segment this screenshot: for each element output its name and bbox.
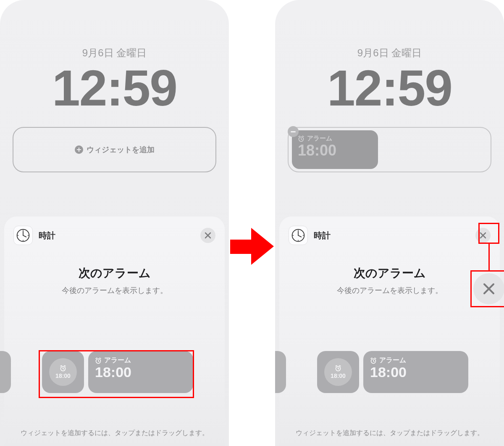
svg-line-9 [63, 369, 64, 369]
svg-line-19 [301, 139, 302, 140]
widget-option-large[interactable]: アラーム 18:00 [88, 351, 193, 393]
clock-app-icon [13, 226, 33, 245]
alarm-icon [60, 365, 66, 372]
widget-small-time: 18:00 [331, 372, 346, 379]
svg-line-32 [336, 366, 337, 367]
sheet-subheading: 今後のアラームを表示します。 [279, 285, 500, 296]
placed-alarm-widget[interactable]: アラーム 18:00 [292, 130, 378, 169]
widget-picker-sheet: 時計 次のアラーム 今後のアラームを表示します。 18:00 [279, 216, 500, 446]
svg-line-16 [100, 358, 101, 359]
add-widget-slot[interactable]: ウィジェットを追加 [13, 127, 216, 172]
alarm-icon [335, 365, 341, 372]
close-button[interactable] [475, 228, 491, 243]
alarm-icon [370, 357, 377, 364]
clock-app-icon [289, 226, 308, 245]
svg-line-36 [373, 361, 374, 362]
widget-option-large[interactable]: アラーム 18:00 [363, 351, 468, 393]
phone-screenshot-after: 9月6日 金曜日 12:59 アラーム 18:00 時計 [275, 0, 504, 446]
close-icon [480, 232, 486, 239]
widget-option-small[interactable]: 18:00 [317, 351, 359, 393]
sheet-footer: ウィジェットを追加するには、タップまたはドラッグします。 [4, 429, 225, 438]
sheet-heading: 次のアラーム [279, 265, 500, 281]
svg-line-14 [98, 361, 99, 362]
annotation-arrow-icon [230, 228, 274, 265]
svg-line-20 [299, 136, 300, 137]
svg-line-38 [375, 358, 376, 359]
alarm-icon [95, 357, 102, 364]
widget-large-time: 18:00 [370, 364, 462, 380]
alarm-icon [298, 135, 304, 142]
close-icon [205, 232, 211, 239]
close-button[interactable] [200, 228, 215, 243]
annotation-connector [488, 244, 490, 271]
svg-line-2 [23, 235, 26, 237]
svg-line-10 [60, 366, 62, 367]
add-widget-label: ウィジェットを追加 [87, 145, 155, 155]
close-icon [482, 282, 496, 296]
svg-line-24 [298, 235, 301, 237]
lockscreen-time: 12:59 [0, 59, 229, 117]
widget-picker-sheet: 時計 次のアラーム 今後のアラームを表示します。 18:00 [4, 216, 225, 446]
svg-line-37 [371, 358, 372, 359]
svg-line-31 [338, 369, 339, 369]
sheet-subheading: 今後のアラームを表示します。 [4, 285, 225, 296]
widget-options-row: 18:00 アラーム 18:00 [279, 347, 500, 397]
sheet-heading: 次のアラーム [4, 265, 225, 281]
close-button-zoom [473, 273, 504, 304]
svg-line-11 [64, 366, 66, 367]
widget-option-peek[interactable] [0, 351, 11, 393]
remove-widget-button[interactable] [288, 126, 299, 137]
svg-line-33 [339, 366, 341, 367]
widget-slot-filled[interactable]: アラーム 18:00 [288, 127, 491, 172]
placed-widget-time: 18:00 [298, 142, 372, 159]
widget-large-time: 18:00 [95, 364, 186, 380]
widget-large-label: アラーム [104, 356, 131, 365]
widget-option-peek[interactable] [275, 351, 286, 393]
sheet-footer: ウィジェットを追加するには、タップまたはドラッグします。 [279, 429, 500, 438]
phone-screenshot-before: 9月6日 金曜日 12:59 ウィジェットを追加 時計 次のアラーム 今後のアラ… [0, 0, 229, 446]
widget-small-time: 18:00 [55, 372, 71, 379]
widget-large-label: アラーム [379, 356, 406, 365]
widget-option-small[interactable]: 18:00 [42, 351, 84, 393]
lockscreen-time: 12:59 [275, 59, 504, 117]
lockscreen-date: 9月6日 金曜日 [0, 46, 229, 60]
sheet-app-name: 時計 [39, 230, 55, 241]
svg-line-15 [96, 358, 97, 359]
plus-circle-icon [75, 145, 83, 154]
lockscreen-date: 9月6日 金曜日 [275, 46, 504, 60]
sheet-app-name: 時計 [314, 230, 331, 241]
svg-line-21 [302, 136, 304, 137]
widget-options-row: 18:00 アラーム 18:00 [4, 347, 225, 397]
